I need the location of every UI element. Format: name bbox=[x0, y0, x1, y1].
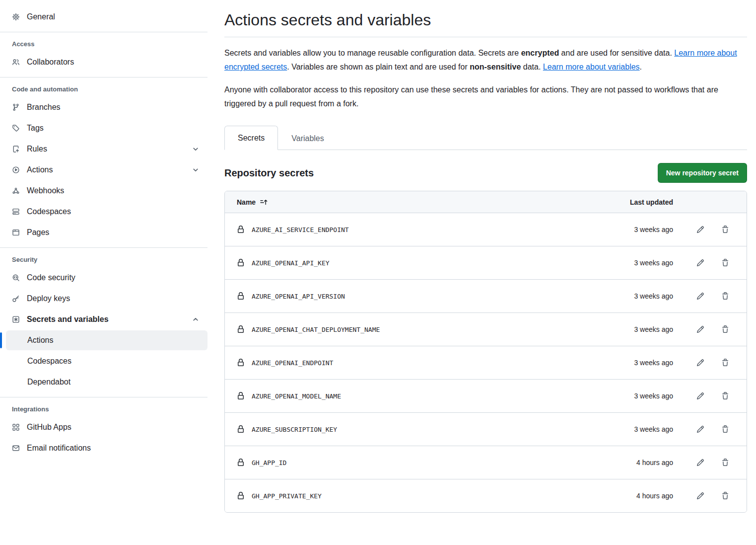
name-column-label: Name bbox=[237, 198, 256, 206]
secret-name: GH_APP_ID bbox=[252, 459, 286, 467]
sidebar-item-deploy-keys[interactable]: Deploy keys bbox=[0, 289, 207, 309]
secret-name: AZURE_OPENAI_CHAT_DEPLOYMENT_NAME bbox=[252, 326, 380, 333]
sidebar-item-label: Email notifications bbox=[27, 443, 91, 453]
edit-secret-button[interactable] bbox=[696, 358, 705, 367]
delete-secret-button[interactable] bbox=[721, 225, 730, 234]
chevron-up-icon bbox=[192, 315, 200, 323]
sidebar-item-code-security[interactable]: Code security bbox=[0, 268, 207, 288]
table-row: GH_APP_ID4 hours ago bbox=[225, 446, 747, 479]
sidebar-subitem-dependabot[interactable]: Dependabot bbox=[0, 372, 207, 392]
page-title: Actions secrets and variables bbox=[224, 10, 747, 30]
delete-secret-button[interactable] bbox=[721, 391, 730, 400]
secret-last-updated: 3 weeks ago bbox=[602, 392, 681, 400]
secret-name-cell: AZURE_OPENAI_MODEL_NAME bbox=[225, 392, 602, 400]
chevron-down-icon bbox=[192, 145, 200, 153]
repo-settings-page: GeneralAccessCollaboratorsCode and autom… bbox=[0, 0, 756, 525]
secret-last-updated: 3 weeks ago bbox=[602, 292, 681, 300]
delete-secret-button[interactable] bbox=[721, 258, 730, 267]
main-content: Actions secrets and variables Secrets an… bbox=[213, 0, 756, 525]
sidebar-item-github-apps[interactable]: GitHub Apps bbox=[0, 417, 207, 437]
fork-note-paragraph: Anyone with collaborator access to this … bbox=[224, 83, 747, 111]
secret-last-updated: 3 weeks ago bbox=[602, 359, 681, 367]
delete-secret-button[interactable] bbox=[721, 292, 730, 301]
codescan-icon bbox=[12, 274, 20, 282]
column-header-last-updated: Last updated bbox=[602, 198, 681, 206]
description-text: and are used for sensitive data. bbox=[559, 49, 674, 57]
column-header-name[interactable]: Name bbox=[225, 198, 602, 206]
new-repository-secret-button[interactable]: New repository secret bbox=[658, 163, 747, 183]
sidebar-item-label: General bbox=[27, 12, 55, 22]
sidebar-item-label: Codespaces bbox=[27, 356, 71, 366]
secrets-variables-tab-bar: SecretsVariables bbox=[224, 126, 747, 150]
people-icon bbox=[12, 58, 20, 66]
edit-secret-button[interactable] bbox=[696, 225, 705, 234]
secret-last-updated: 3 weeks ago bbox=[602, 425, 681, 433]
sidebar-item-label: Dependabot bbox=[27, 377, 70, 387]
sidebar-divider bbox=[0, 32, 207, 32]
sidebar-item-actions[interactable]: Actions bbox=[0, 160, 207, 180]
delete-secret-button[interactable] bbox=[721, 325, 730, 334]
lock-icon bbox=[237, 292, 245, 300]
secret-name-cell: AZURE_SUBSCRIPTION_KEY bbox=[225, 425, 602, 433]
chevron-down-icon bbox=[192, 166, 200, 174]
secret-actions-cell bbox=[681, 391, 747, 400]
delete-secret-button[interactable] bbox=[721, 425, 730, 434]
sidebar-item-webhooks[interactable]: Webhooks bbox=[0, 181, 207, 201]
edit-secret-button[interactable] bbox=[696, 458, 705, 467]
delete-secret-button[interactable] bbox=[721, 358, 730, 367]
sidebar-subitem-actions[interactable]: Actions bbox=[6, 330, 207, 350]
rules-icon bbox=[12, 145, 20, 153]
secret-name-cell: AZURE_AI_SERVICE_ENDPOINT bbox=[225, 226, 602, 234]
sidebar-item-tags[interactable]: Tags bbox=[0, 118, 207, 138]
edit-secret-button[interactable] bbox=[696, 292, 705, 301]
table-row: AZURE_OPENAI_CHAT_DEPLOYMENT_NAME3 weeks… bbox=[225, 312, 747, 346]
edit-secret-button[interactable] bbox=[696, 425, 705, 434]
lock-icon bbox=[237, 392, 245, 400]
sidebar-item-label: Codespaces bbox=[27, 207, 71, 217]
browser-icon bbox=[12, 229, 20, 236]
sidebar-subitem-codespaces[interactable]: Codespaces bbox=[0, 351, 207, 371]
edit-secret-button[interactable] bbox=[696, 258, 705, 267]
secret-name: AZURE_OPENAI_ENDPOINT bbox=[252, 359, 333, 367]
sort-ascending-icon bbox=[260, 198, 268, 206]
secret-actions-cell bbox=[681, 425, 747, 434]
emphasis-text: non-sensitive bbox=[470, 63, 521, 71]
secret-actions-cell bbox=[681, 225, 747, 234]
secret-last-updated: 3 weeks ago bbox=[602, 226, 681, 234]
secret-last-updated: 4 hours ago bbox=[602, 459, 681, 467]
sidebar-item-codespaces[interactable]: Codespaces bbox=[0, 202, 207, 222]
delete-secret-button[interactable] bbox=[721, 458, 730, 467]
edit-secret-button[interactable] bbox=[696, 391, 705, 400]
table-header-row: Name Last updated bbox=[225, 191, 747, 213]
sidebar-item-email-notifications[interactable]: Email notifications bbox=[0, 438, 207, 458]
learn-more-link[interactable]: Learn more about variables bbox=[543, 63, 640, 71]
webhook-icon bbox=[12, 187, 20, 195]
secret-name: AZURE_AI_SERVICE_ENDPOINT bbox=[252, 226, 349, 234]
sidebar-item-label: Secrets and variables bbox=[27, 314, 109, 324]
sidebar-item-general[interactable]: General bbox=[0, 7, 207, 27]
edit-secret-button[interactable] bbox=[696, 491, 705, 500]
lock-icon bbox=[237, 359, 245, 367]
table-row: AZURE_OPENAI_MODEL_NAME3 weeks ago bbox=[225, 379, 747, 412]
sidebar-item-label: Rules bbox=[27, 144, 47, 154]
sidebar-item-pages[interactable]: Pages bbox=[0, 223, 207, 242]
sidebar-item-label: Tags bbox=[27, 123, 44, 133]
table-row: AZURE_OPENAI_API_KEY3 weeks ago bbox=[225, 246, 747, 279]
emphasis-text: encrypted bbox=[521, 49, 559, 57]
secret-actions-cell bbox=[681, 292, 747, 301]
tab-variables[interactable]: Variables bbox=[278, 126, 338, 150]
delete-secret-button[interactable] bbox=[721, 491, 730, 500]
sidebar-item-branches[interactable]: Branches bbox=[0, 97, 207, 117]
tab-secrets[interactable]: Secrets bbox=[224, 126, 278, 150]
sidebar-item-collaborators[interactable]: Collaborators bbox=[0, 52, 207, 72]
lock-icon bbox=[237, 226, 245, 234]
table-row: AZURE_SUBSCRIPTION_KEY3 weeks ago bbox=[225, 412, 747, 446]
table-row: AZURE_AI_SERVICE_ENDPOINT3 weeks ago bbox=[225, 213, 747, 246]
edit-secret-button[interactable] bbox=[696, 325, 705, 334]
secret-name: AZURE_OPENAI_API_VERSION bbox=[252, 293, 345, 300]
sidebar-divider bbox=[0, 247, 207, 248]
gear-icon bbox=[12, 13, 20, 21]
sidebar-item-secrets-and-variables[interactable]: Secrets and variables bbox=[0, 310, 207, 329]
sidebar-item-rules[interactable]: Rules bbox=[0, 139, 207, 159]
sidebar-section-header-code-and-automation: Code and automation bbox=[0, 84, 207, 94]
